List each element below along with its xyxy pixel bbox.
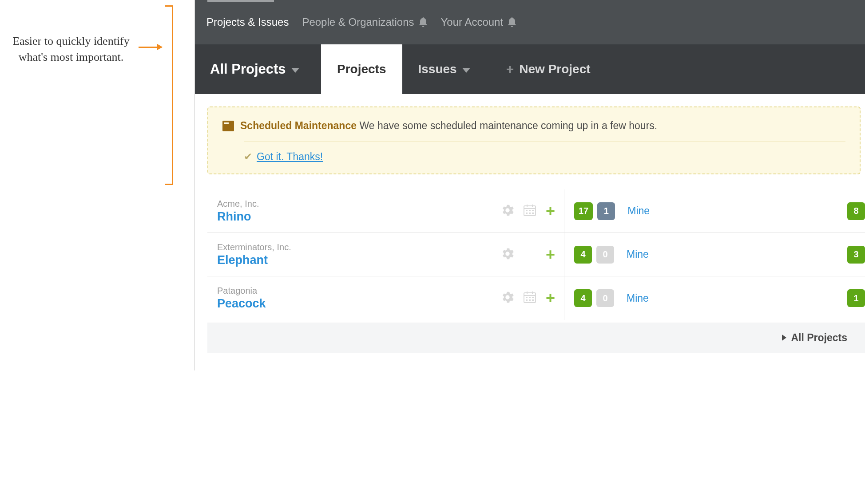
project-actions: +	[489, 189, 564, 232]
project-row: Patagonia Peacock + 4 0 Mine 1	[207, 276, 865, 320]
archive-icon	[222, 121, 234, 131]
nav-label: Projects & Issues	[206, 16, 289, 28]
maintenance-notice: Scheduled Maintenance We have some sched…	[207, 106, 861, 174]
gear-icon[interactable]	[501, 204, 514, 218]
project-link[interactable]: Rhino	[217, 210, 489, 224]
nav-label: Your Account	[441, 16, 504, 28]
project-name-col: Acme, Inc. Rhino	[207, 189, 489, 232]
svg-rect-20	[529, 299, 531, 301]
company-label: Acme, Inc.	[217, 199, 489, 209]
project-name-col: Patagonia Peacock	[207, 276, 489, 320]
gear-icon[interactable]	[501, 248, 514, 262]
annotation-bracket	[165, 5, 173, 185]
svg-rect-10	[529, 213, 531, 214]
svg-rect-18	[532, 297, 534, 298]
tab-projects[interactable]: Projects	[321, 44, 402, 94]
project-list: Acme, Inc. Rhino + 17 1 Mine 8	[207, 189, 865, 320]
dismiss-link[interactable]: Got it. Thanks!	[257, 151, 323, 163]
notice-dismiss-row: ✔ Got it. Thanks!	[244, 151, 845, 163]
mine-link[interactable]: Mine	[627, 205, 650, 217]
svg-rect-9	[526, 213, 528, 214]
all-projects-footer[interactable]: All Projects	[207, 323, 865, 353]
nav-your-account[interactable]: Your Account	[441, 16, 517, 28]
company-label: Exterminators, Inc.	[217, 242, 489, 252]
chevron-right-icon	[782, 335, 786, 341]
count-badge-green[interactable]: 4	[574, 289, 592, 307]
tab-issues[interactable]: Issues	[402, 44, 486, 94]
tab-label: Issues	[418, 62, 457, 76]
counts-col: 4 0 Mine 3	[564, 233, 865, 276]
tab-label: New Project	[519, 62, 590, 76]
counts-col: 4 0 Mine 1	[564, 276, 865, 320]
count-badge-trailing[interactable]: 3	[847, 246, 865, 264]
bell-icon	[419, 17, 428, 27]
sub-header: All Projects Projects Issues + New Proje…	[195, 44, 865, 94]
add-icon[interactable]: +	[546, 203, 555, 219]
tab-label: Projects	[337, 62, 386, 76]
project-name-col: Exterminators, Inc. Elephant	[207, 233, 489, 276]
count-badge-secondary[interactable]: 0	[596, 289, 614, 307]
new-project-button[interactable]: + New Project	[486, 44, 611, 94]
count-badge-green[interactable]: 4	[574, 246, 592, 264]
project-row: Acme, Inc. Rhino + 17 1 Mine 8	[207, 189, 865, 233]
notice-title: Scheduled Maintenance	[240, 120, 357, 131]
annotation-area: Easier to quickly identify what's most i…	[0, 0, 195, 222]
gear-icon[interactable]	[501, 291, 514, 305]
project-link[interactable]: Elephant	[217, 253, 489, 267]
svg-rect-6	[526, 210, 528, 211]
footer-label: All Projects	[791, 332, 847, 344]
chevron-down-icon	[291, 68, 299, 73]
bell-icon	[508, 17, 516, 27]
top-nav: Projects & Issues People & Organizations…	[195, 0, 865, 44]
project-link[interactable]: Peacock	[217, 297, 489, 311]
count-badge-secondary[interactable]: 0	[596, 246, 614, 264]
filter-all-projects[interactable]: All Projects	[195, 44, 321, 94]
app-window: Projects & Issues People & Organizations…	[194, 0, 865, 370]
add-icon[interactable]: +	[546, 247, 555, 263]
count-badge-green[interactable]: 17	[574, 202, 593, 220]
count-badge-trailing[interactable]: 8	[847, 202, 865, 220]
svg-rect-0	[222, 121, 234, 131]
svg-rect-1	[224, 122, 229, 124]
svg-rect-8	[532, 210, 534, 211]
nav-projects-issues[interactable]: Projects & Issues	[206, 16, 289, 28]
plus-icon: +	[506, 62, 514, 77]
annotation-arrow-icon	[139, 47, 162, 48]
check-icon: ✔	[244, 151, 252, 163]
svg-rect-7	[529, 210, 531, 211]
svg-rect-19	[526, 299, 528, 301]
nav-label: People & Organizations	[302, 16, 414, 28]
notice-row: Scheduled Maintenance We have some sched…	[222, 120, 845, 132]
mine-link[interactable]: Mine	[627, 292, 649, 304]
notice-body: We have some scheduled maintenance comin…	[359, 120, 657, 131]
calendar-icon[interactable]	[524, 205, 536, 218]
count-badge-trailing[interactable]: 1	[847, 289, 865, 307]
svg-rect-11	[532, 213, 534, 214]
content-area: Scheduled Maintenance We have some sched…	[195, 94, 865, 353]
add-icon[interactable]: +	[546, 290, 555, 306]
project-actions: +	[489, 276, 564, 320]
project-actions: +	[489, 233, 564, 276]
company-label: Patagonia	[217, 286, 489, 296]
svg-rect-16	[526, 297, 528, 298]
divider	[244, 142, 845, 142]
filter-label: All Projects	[210, 61, 286, 77]
chevron-down-icon	[462, 68, 470, 73]
counts-col: 17 1 Mine 8	[564, 189, 865, 232]
project-row: Exterminators, Inc. Elephant + 4 0 Mine …	[207, 233, 865, 276]
nav-people-orgs[interactable]: People & Organizations	[302, 16, 427, 28]
mine-link[interactable]: Mine	[627, 248, 649, 260]
svg-rect-17	[529, 297, 531, 298]
annotation-text: Easier to quickly identify what's most i…	[0, 33, 142, 66]
calendar-icon[interactable]	[524, 291, 536, 305]
svg-rect-21	[532, 299, 534, 301]
count-badge-secondary[interactable]: 1	[597, 202, 615, 220]
